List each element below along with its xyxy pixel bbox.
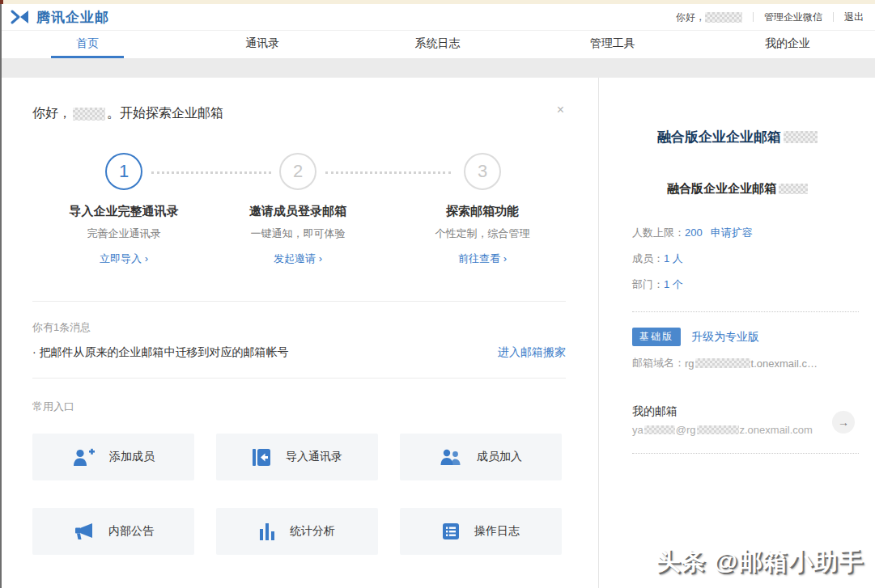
members-row: 成员：1 人	[632, 252, 683, 266]
section-divider	[32, 378, 566, 379]
onboarding-greeting: 你好， 。开始探索企业邮箱	[32, 105, 223, 122]
shortcut-member-join[interactable]: 成员加入	[400, 434, 562, 480]
mailbox-migration-link[interactable]: 进入邮箱搬家	[498, 345, 566, 360]
shortcut-label: 成员加入	[477, 450, 522, 464]
watermark: 头条 @邮箱小助手	[656, 545, 864, 578]
corner-artifact	[0, 0, 3, 4]
onboarding-step-import: 1 导入企业完整通讯录 完善企业通讯录 立即导入 ›	[35, 153, 213, 266]
step-title: 导入企业完整通讯录	[35, 204, 213, 219]
shortcut-label: 操作日志	[474, 524, 520, 539]
shortcut-statistics[interactable]: 统计分析	[216, 508, 378, 555]
tab-system-log[interactable]: 系统日志	[350, 31, 525, 58]
onboarding-greeting-suffix: 。开始探索企业邮箱	[107, 105, 223, 122]
departments-value: 1 个	[664, 278, 683, 290]
messages-header: 你有1条消息	[32, 320, 91, 335]
company-panel: 融合版企业企业邮箱 融合版企业企业邮箱 人数上限：200申请扩容 成员：1 人 …	[600, 78, 875, 588]
import-now-link[interactable]: 立即导入 ›	[35, 252, 213, 266]
shortcut-label: 导入通讯录	[286, 450, 342, 464]
message-item: · 把邮件从原来的企业邮箱中迁移到对应的邮箱帐号	[32, 345, 289, 360]
email-prefix: ya	[632, 424, 644, 436]
home-panel: 你好， 。开始探索企业邮箱 × 1 导入企业完整通讯录 完善企业通讯录 立即导入…	[0, 78, 599, 588]
members-label: 成员：	[632, 252, 664, 264]
left-edge-strip	[0, 0, 2, 588]
step-title: 探索邮箱功能	[393, 204, 571, 219]
logo-text: 腾讯企业邮	[36, 8, 109, 27]
plan-badge: 基础版	[632, 328, 681, 346]
dotted-divider	[632, 453, 859, 454]
email-mid: @rg	[676, 424, 696, 436]
member-join-icon	[440, 448, 462, 466]
onboarding-greeting-prefix: 你好，	[32, 105, 71, 122]
shortcut-announcement[interactable]: 内部公告	[32, 508, 194, 555]
greeting-prefix: 你好，	[676, 11, 705, 24]
header-account-area: 你好， 管理企业微信 退出	[676, 11, 864, 24]
members-value: 1 人	[664, 252, 683, 264]
member-limit-row: 人数上限：200申请扩容	[632, 226, 753, 240]
step-description: 完善企业通讯录	[35, 226, 213, 241]
tab-my-company[interactable]: 我的企业	[700, 31, 875, 58]
step-description: 一键通知，即可体验	[209, 226, 387, 241]
company-subtitle-text: 融合版企业企业邮箱	[667, 181, 776, 195]
redacted-domain	[695, 358, 750, 368]
add-member-icon	[72, 448, 95, 467]
my-email-row: ya@rgz.onexmail.com	[632, 424, 813, 436]
domain-label: 邮箱域名：	[632, 356, 685, 370]
logout-link[interactable]: 退出	[844, 11, 864, 24]
expand-capacity-link[interactable]: 申请扩容	[711, 226, 753, 239]
go-to-mailbox-button[interactable]: →	[832, 411, 855, 434]
redacted-company-name	[779, 184, 808, 194]
send-invite-link[interactable]: 发起邀请 ›	[209, 252, 387, 266]
domain-suffix: t.onexmail.c…	[751, 357, 818, 370]
app-header: 腾讯企业邮 你好， 管理企业微信 退出	[0, 4, 875, 31]
onboarding-step-invite: 2 邀请成员登录邮箱 一键通知，即可体验 发起邀请 ›	[209, 153, 387, 266]
domain-prefix: rg	[685, 357, 694, 370]
departments-label: 部门：	[632, 278, 664, 290]
plan-row: 基础版 升级为专业版	[632, 328, 759, 346]
exmail-logo[interactable]: 腾讯企业邮	[10, 8, 109, 27]
step-number-badge: 2	[279, 153, 316, 190]
tab-admin-tools[interactable]: 管理工具	[525, 31, 700, 58]
operation-log-icon	[442, 522, 460, 540]
header-separator	[753, 12, 754, 22]
import-contacts-icon	[252, 448, 271, 467]
upgrade-link[interactable]: 升级为专业版	[691, 330, 759, 345]
step-description: 个性定制，综合管理	[393, 226, 571, 241]
header-separator	[833, 12, 834, 22]
shortcut-operation-log[interactable]: 操作日志	[400, 508, 562, 555]
onboarding-step-explore: 3 探索邮箱功能 个性定制，综合管理 前往查看 ›	[393, 153, 571, 266]
tab-home[interactable]: 首页	[0, 31, 175, 58]
shortcut-label: 内部公告	[108, 524, 154, 539]
shortcut-label: 添加成员	[109, 450, 155, 464]
company-title-text: 融合版企业企业邮箱	[657, 129, 781, 145]
main-nav: 首页 通讯录 系统日志 管理工具 我的企业	[0, 31, 875, 58]
redacted-admin-name	[705, 12, 742, 23]
step-number-badge: 3	[464, 153, 501, 190]
dotted-divider	[632, 311, 859, 312]
member-limit-label: 人数上限：	[632, 226, 685, 239]
departments-row: 部门：1 个	[632, 277, 683, 292]
top-edge-strip	[0, 0, 875, 4]
mail-domain-row: 邮箱域名：rgt.onexmail.c…	[632, 356, 818, 370]
company-title: 融合版企业企业邮箱	[600, 128, 875, 146]
close-icon[interactable]: ×	[557, 104, 564, 116]
redacted-user-name	[73, 108, 105, 121]
email-suffix: z.onexmail.com	[740, 424, 813, 436]
redacted-company-name	[784, 131, 818, 143]
redacted-email-user	[644, 425, 675, 434]
background-band	[0, 58, 875, 78]
main-content: 你好， 。开始探索企业邮箱 × 1 导入企业完整通讯录 完善企业通讯录 立即导入…	[0, 78, 875, 588]
tencent-exmail-admin-home: 腾讯企业邮 你好， 管理企业微信 退出 首页 通讯录 系统日志 管理工具 我的企…	[0, 0, 875, 588]
stats-icon	[259, 522, 275, 540]
shortcut-import-contacts[interactable]: 导入通讯录	[216, 434, 378, 480]
tab-contacts[interactable]: 通讯录	[175, 31, 350, 58]
header-greeting: 你好，	[676, 11, 742, 24]
shortcut-add-member[interactable]: 添加成员	[32, 434, 194, 480]
member-limit-value: 200	[685, 226, 703, 239]
announcement-icon	[73, 522, 94, 541]
step-title: 邀请成员登录邮箱	[209, 204, 387, 219]
shortcut-label: 统计分析	[290, 524, 335, 539]
section-divider	[32, 301, 566, 302]
step-number-badge: 1	[105, 153, 142, 190]
go-view-link[interactable]: 前往查看 ›	[393, 252, 571, 266]
manage-wechat-link[interactable]: 管理企业微信	[764, 11, 822, 24]
